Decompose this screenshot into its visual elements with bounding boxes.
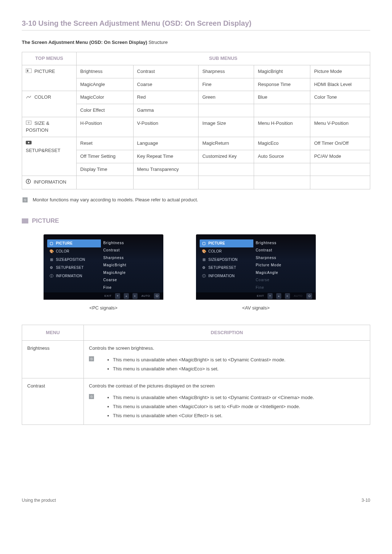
subheading-bold: The Screen Adjustment Menu (OSD: On Scre…: [22, 40, 147, 45]
osd-footer-auto: AUTO: [141, 294, 150, 298]
osd-menu-list: ▢PICTURE 🎨COLOR ⊞SIZE&POSITION ⚙SETUP&RE…: [44, 239, 101, 300]
osd-footer-exit: EXIT: [105, 294, 112, 298]
sub-cell: Blue: [254, 91, 310, 104]
sub-cell: [133, 176, 199, 189]
osd-sub-item: Brightness: [256, 239, 316, 247]
osd-sub-item: Coarse: [103, 276, 163, 284]
sub-cell: [310, 104, 370, 117]
sub-cell: [254, 104, 310, 117]
sub-cell: [254, 163, 310, 176]
osd-sub-item: Contrast: [256, 247, 316, 254]
osd-footer: EXIT ▾ ▴ ▸ AUTO ⏻: [44, 292, 163, 300]
setup-icon: ⚙: [202, 266, 206, 270]
topmenu-color: COLOR: [22, 91, 77, 117]
osd-caption-pc: <PC signals>: [44, 305, 163, 312]
sub-cell: Off Timer Setting: [77, 150, 134, 163]
osd-menu-label: INFORMATION: [208, 274, 235, 279]
osd-footer-power-icon: ⏻: [154, 293, 160, 299]
svg-rect-8: [28, 181, 29, 182]
svg-point-6: [28, 142, 29, 143]
osd-menu-setup: ⚙SETUP&RESET: [200, 264, 253, 272]
topmenu-label: INFORMATION: [34, 180, 66, 185]
th-top-menus: TOP MENUS: [22, 52, 77, 65]
page-title: 3-10 Using the Screen Adjustment Menu (O…: [22, 18, 370, 29]
sub-cell: MagicAngle: [77, 78, 134, 91]
svg-rect-1: [27, 70, 28, 72]
sub-cell: Sharpness: [199, 65, 254, 78]
sub-cell: Reset: [77, 137, 134, 150]
topmenu-label: PICTURE: [34, 69, 55, 74]
osd-menu-info: ⓘINFORMATION: [200, 272, 253, 280]
osd-submenu-list: Brightness Contrast Sharpness Picture Mo…: [253, 239, 316, 300]
page-footer: Using the product 3-10: [22, 497, 370, 504]
picture-section-header: PICTURE: [22, 217, 370, 226]
osd-menu-label: SETUP&RESET: [56, 265, 84, 271]
sub-cell: Brightness: [77, 65, 134, 78]
sub-cell: [199, 176, 254, 189]
sub-cell: H-Position: [77, 117, 134, 137]
osd-submenu-list: Brightness Contrast Sharpness MagicBrigh…: [101, 239, 163, 300]
color-icon: 🎨: [202, 250, 206, 254]
sub-cell: Menu V-Position: [310, 117, 370, 137]
svg-rect-0: [26, 69, 32, 73]
footer-left: Using the product: [22, 497, 56, 504]
osd-menu-label: SIZE&POSITION: [208, 257, 238, 263]
osd-menu-label: COLOR: [208, 249, 222, 254]
footer-right: 3-10: [362, 497, 370, 504]
osd-footer-btn-icon: ▴: [276, 293, 281, 299]
setup-icon: ⚙: [49, 266, 54, 270]
info-icon: ⓘ: [202, 274, 206, 278]
topmenu-picture: PICTURE: [22, 65, 77, 91]
osd-menu-sizepos: ⊞SIZE&POSITION: [200, 256, 253, 264]
osd-footer-power-icon: ⏻: [306, 293, 313, 299]
osd-menu-picture: ▢PICTURE: [47, 239, 101, 248]
sub-cell: [77, 176, 134, 189]
sub-cell: Menu Transparency: [133, 163, 199, 176]
osd-footer-btn-icon: ▸: [285, 293, 290, 299]
desc-body-brightness: Controls the screen brightness. This men…: [84, 341, 370, 378]
sub-cell: Key Repeat Time: [133, 150, 199, 163]
sub-cell: Green: [199, 91, 254, 104]
osd-footer-exit: EXIT: [257, 294, 264, 298]
menu-description-table: MENU DESCRIPTION Brightness Controls the…: [22, 325, 370, 425]
svg-rect-9: [28, 180, 29, 181]
picture-icon: ▢: [202, 241, 206, 246]
setup-icon: [26, 140, 32, 147]
note-icon: [89, 356, 94, 361]
osd-av-box: ▢PICTURE 🎨COLOR ⊞SIZE&POSITION ⚙SETUP&RE…: [196, 234, 316, 300]
sub-cell: MagicColor: [77, 91, 134, 104]
sub-cell: Color Tone: [310, 91, 370, 104]
sub-cell: Gamma: [133, 104, 199, 117]
osd-sub-item: Brightness: [103, 239, 163, 247]
sub-cell: Contrast: [133, 65, 199, 78]
osd-footer-btn-icon: ▸: [132, 293, 138, 299]
sub-cell: MagicReturn: [199, 137, 254, 150]
osd-menu-info: ⓘINFORMATION: [48, 272, 101, 280]
osd-menu-label: COLOR: [56, 249, 69, 254]
osd-pc-box: ▢PICTURE 🎨COLOR ⊞SIZE&POSITION ⚙SETUP&RE…: [44, 234, 163, 300]
subheading-light: Structure: [147, 40, 168, 45]
sub-cell: [254, 176, 310, 189]
osd-sub-item: Sharpness: [103, 254, 163, 262]
osd-sub-item-disabled: Fine: [256, 284, 316, 292]
sub-cell: Customized Key: [199, 150, 254, 163]
desc-bullet: This menu is unavailable when <MagicEco>…: [113, 365, 285, 374]
note-icon: [89, 394, 94, 399]
topmenu-sizepos: SIZE & POSITION: [22, 117, 77, 137]
osd-menu-picture: ▢PICTURE: [200, 239, 253, 248]
osd-footer-btn-icon: ▾: [115, 293, 120, 299]
sub-cell: PC/AV Mode: [310, 150, 370, 163]
osd-structure-table: TOP MENUS SUB MENUS PICTURE Brightness C…: [22, 52, 370, 189]
osd-menu-label: SETUP&RESET: [208, 265, 236, 271]
osd-sub-item: MagicAngle: [103, 269, 163, 277]
desc-body-contrast: Controls the contrast of the pictures di…: [84, 378, 370, 424]
picture-icon: ▢: [49, 241, 54, 246]
osd-sub-item: Contrast: [103, 247, 163, 254]
sub-cell: [310, 176, 370, 189]
topmenu-setup: SETUP&RESET: [22, 137, 77, 176]
osd-menu-label: PICTURE: [56, 241, 73, 246]
desc-lead: Controls the contrast of the pictures di…: [89, 383, 365, 390]
osd-sub-item: MagicBright: [103, 262, 163, 269]
osd-menu-label: INFORMATION: [56, 274, 82, 279]
info-icon: ⓘ: [49, 274, 54, 278]
